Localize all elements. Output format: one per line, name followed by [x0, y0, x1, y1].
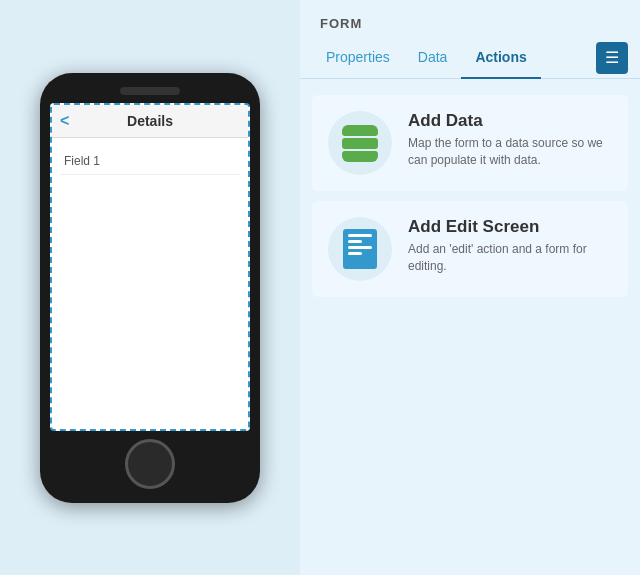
edit-line-1 — [348, 234, 372, 237]
add-edit-screen-card[interactable]: Add Edit Screen Add an 'edit' action and… — [312, 201, 628, 297]
edit-line-3 — [348, 246, 372, 249]
database-icon — [342, 125, 378, 162]
tab-properties[interactable]: Properties — [312, 37, 404, 79]
db-part-bot — [342, 151, 378, 162]
db-part-top — [342, 125, 378, 136]
phone-content: Field 1 — [52, 138, 248, 429]
phone-speaker — [120, 87, 180, 95]
add-data-text: Add Data Map the form to a data source s… — [408, 111, 612, 169]
form-icon: ☰ — [605, 50, 619, 66]
add-edit-screen-text: Add Edit Screen Add an 'edit' action and… — [408, 217, 612, 275]
phone-screen: < Details Field 1 — [50, 103, 250, 431]
phone-header: < Details — [52, 105, 248, 138]
add-data-icon-wrapper — [328, 111, 392, 175]
back-button[interactable]: < — [60, 112, 69, 130]
left-panel: < Details Field 1 — [0, 0, 300, 575]
add-data-title: Add Data — [408, 111, 612, 131]
phone-mockup: < Details Field 1 — [40, 73, 260, 503]
screen-title: Details — [127, 113, 173, 129]
add-edit-screen-desc: Add an 'edit' action and a form for edit… — [408, 241, 612, 275]
tab-bar: Properties Data Actions ☰ — [300, 37, 640, 79]
panel-title: FORM — [300, 0, 640, 31]
add-edit-screen-title: Add Edit Screen — [408, 217, 612, 237]
right-panel: FORM Properties Data Actions ☰ Add Data … — [300, 0, 640, 575]
tab-data[interactable]: Data — [404, 37, 462, 79]
edit-screen-icon — [343, 229, 377, 269]
field-1: Field 1 — [60, 148, 240, 175]
tab-actions[interactable]: Actions — [461, 37, 540, 79]
db-part-mid — [342, 138, 378, 149]
edit-line-4 — [348, 252, 362, 255]
add-data-desc: Map the form to a data source so we can … — [408, 135, 612, 169]
cards-container: Add Data Map the form to a data source s… — [300, 79, 640, 575]
add-edit-icon-wrapper — [328, 217, 392, 281]
form-icon-button[interactable]: ☰ — [596, 42, 628, 74]
edit-line-2 — [348, 240, 362, 243]
home-button[interactable] — [125, 439, 175, 489]
add-data-card[interactable]: Add Data Map the form to a data source s… — [312, 95, 628, 191]
